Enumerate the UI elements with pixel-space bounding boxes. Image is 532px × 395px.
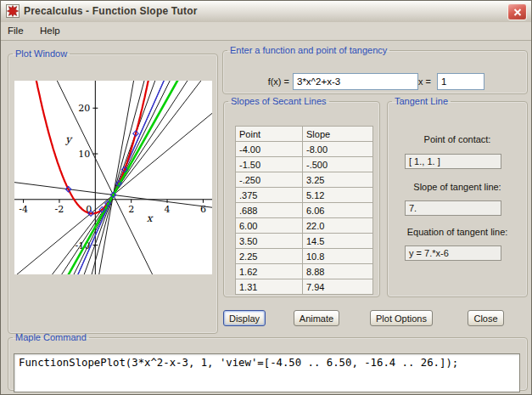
title-bar[interactable]: Precalculus - Function Slope Tutor	[1, 1, 531, 23]
table-row: -.2503.25	[236, 172, 373, 188]
close-icon	[513, 8, 522, 16]
x-label: x =	[418, 76, 435, 87]
table-cell: 2.25	[236, 249, 303, 264]
table-cell: .375	[236, 188, 303, 203]
table-cell: 1.31	[236, 279, 303, 295]
table-cell: 1.62	[236, 264, 303, 279]
function-entry-title: Enter a function and point of tangency	[227, 45, 389, 55]
fx-input[interactable]	[293, 73, 418, 90]
function-entry-group: Enter a function and point of tangency f…	[222, 45, 528, 94]
plot-window-group: Plot Window -4-20246-101020xy	[8, 48, 218, 334]
table-cell: 14.5	[303, 234, 373, 249]
column-header-slope: Slope	[303, 127, 373, 142]
table-cell: -8.00	[303, 142, 373, 157]
table-cell: 7.94	[303, 279, 373, 295]
svg-text:-4: -4	[19, 204, 28, 215]
menu-item-file[interactable]: File	[2, 22, 30, 40]
table-cell: -1.50	[236, 157, 303, 172]
menu-item-help[interactable]: Help	[34, 22, 66, 40]
fx-label: f(x) =	[259, 76, 289, 87]
table-row: .6886.06	[236, 203, 373, 218]
table-cell: -.500	[303, 157, 373, 172]
secant-lines-title: Slopes of Secant Lines	[228, 96, 329, 106]
tangent-equation-value: y = 7.*x-6	[405, 245, 501, 261]
svg-text:6: 6	[200, 204, 206, 215]
table-row: 2.2510.8	[236, 249, 373, 264]
maple-command-group: Maple Command FunctionSlopePlot(3*x^2-x-…	[8, 332, 528, 391]
menu-bar: File Help	[1, 22, 531, 41]
table-cell: 22.0	[303, 218, 373, 234]
table-row: -1.50-.500	[236, 157, 373, 172]
svg-text:10: 10	[78, 149, 90, 160]
svg-text:20: 20	[78, 103, 90, 114]
svg-text:-2: -2	[55, 204, 64, 215]
table-row: 6.0022.0	[236, 218, 373, 234]
app-window: Precalculus - Function Slope Tutor File …	[0, 0, 532, 395]
close-dialog-button[interactable]: Close	[468, 310, 504, 326]
maple-command-textbox[interactable]: FunctionSlopePlot(3*x^2-x-3, 1, 'view'=[…	[14, 353, 520, 392]
svg-text:4: 4	[165, 204, 171, 215]
x-input[interactable]	[437, 73, 484, 90]
table-cell: 5.12	[303, 188, 373, 203]
maple-leaf-icon	[6, 4, 20, 18]
table-row: 3.5014.5	[236, 234, 373, 249]
table-row: -4.00-8.00	[236, 142, 373, 157]
column-header-point: Point	[236, 127, 303, 142]
plot-window-title: Plot Window	[13, 48, 70, 59]
maple-command-title: Maple Command	[13, 332, 89, 342]
secant-table-body: -4.00-8.00-1.50-.500-.2503.25.3755.12.68…	[236, 142, 373, 295]
table-cell: 10.8	[303, 249, 373, 264]
tangent-slope-value: 7.	[405, 200, 501, 216]
table-cell: 3.25	[303, 172, 373, 188]
plot-options-button[interactable]: Plot Options	[370, 310, 433, 326]
secant-table: Point Slope -4.00-8.00-1.50-.500-.2503.2…	[235, 126, 373, 295]
table-cell: .688	[236, 203, 303, 218]
point-of-contact-value: [ 1., 1. ]	[405, 154, 501, 169]
secant-lines-group: Slopes of Secant Lines Point Slope -4.00…	[223, 96, 380, 297]
close-button[interactable]	[507, 3, 527, 20]
svg-text:2: 2	[128, 204, 134, 215]
table-cell: -4.00	[236, 142, 303, 157]
window-title: Precalculus - Function Slope Tutor	[24, 5, 198, 17]
display-button[interactable]: Display	[223, 310, 266, 326]
tangent-line-group: Tangent Line Point of contact: [ 1., 1. …	[387, 96, 528, 297]
table-row: .3755.12	[236, 188, 373, 203]
table-cell: 6.00	[236, 218, 303, 234]
table-cell: -.250	[236, 172, 303, 188]
animate-button[interactable]: Animate	[294, 310, 339, 326]
tangent-equation-label: Equation of tangent line:	[388, 227, 527, 237]
table-header-row: Point Slope	[236, 127, 373, 142]
table-row: 1.317.94	[236, 279, 373, 295]
table-row: 1.628.88	[236, 264, 373, 279]
table-cell: 6.06	[303, 203, 373, 218]
plot-canvas: -4-20246-101020xy	[14, 81, 212, 274]
point-of-contact-label: Point of contact:	[388, 134, 527, 144]
tangent-slope-label: Slope of tangent line:	[388, 182, 527, 192]
tangent-line-title: Tangent Line	[392, 96, 451, 106]
table-cell: 3.50	[236, 234, 303, 249]
table-cell: 8.88	[303, 264, 373, 279]
